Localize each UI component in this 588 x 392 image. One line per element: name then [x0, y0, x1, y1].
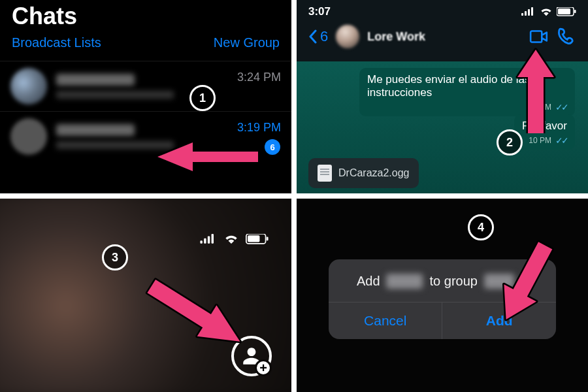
battery-icon — [246, 234, 269, 244]
pane-video-call: + 3 — [0, 199, 291, 392]
status-bar: 3:07 — [297, 0, 588, 21]
svg-rect-13 — [267, 237, 269, 241]
cancel-button[interactable]: Cancel — [329, 302, 442, 339]
read-ticks-icon: ✓✓ — [555, 135, 567, 146]
plus-icon: + — [255, 359, 272, 376]
svg-rect-5 — [558, 8, 570, 14]
back-count: 6 — [320, 28, 328, 45]
annotation-arrow — [154, 137, 258, 176]
chat-preview-blurred — [56, 91, 174, 99]
contact-avatar[interactable] — [336, 25, 359, 48]
avatar — [10, 118, 47, 155]
chat-row[interactable]: 3:24 PM — [0, 61, 291, 111]
dialog-name-blurred: xx — [387, 274, 423, 289]
avatar — [10, 68, 47, 105]
chevron-left-icon — [308, 29, 318, 44]
chat-name-blurred — [56, 74, 135, 86]
step-badge-1: 1 — [189, 85, 216, 111]
chats-title: Chats — [0, 0, 291, 31]
dialog-text-mid: to group — [430, 274, 478, 289]
svg-rect-1 — [525, 11, 527, 16]
svg-rect-6 — [574, 10, 576, 13]
chats-subbar: Broadcast Lists New Group — [0, 31, 291, 61]
svg-rect-12 — [248, 235, 259, 242]
message-text: Me puedes enviar el audio de las instruc… — [367, 73, 531, 99]
annotation-arrow — [478, 233, 570, 331]
chat-name-blurred — [56, 124, 135, 136]
annotation-arrow — [514, 47, 559, 133]
contact-name[interactable]: Lore Work — [367, 30, 425, 44]
status-clock: 3:07 — [308, 5, 331, 18]
svg-rect-0 — [521, 13, 523, 16]
pane-add-dialog: Add xx to group x ? Cancel Add 4 — [297, 199, 588, 392]
chat-time: 3:19 PM — [237, 121, 281, 135]
dialog-text-prefix: Add — [357, 274, 380, 289]
status-right — [521, 7, 576, 16]
step-badge-3: 3 — [102, 244, 128, 270]
svg-rect-3 — [531, 7, 533, 16]
battery-icon — [557, 7, 576, 16]
wifi-icon — [540, 7, 553, 16]
file-name: DrCaraza2.ogg — [338, 167, 410, 179]
broadcast-lists-link[interactable]: Broadcast Lists — [12, 35, 101, 50]
pane-conversation: 3:07 6 Lore Work Me puedes enviar el aud… — [297, 0, 588, 193]
video-call-icon[interactable] — [529, 27, 549, 46]
wifi-icon — [223, 234, 239, 244]
step-badge-2: 2 — [497, 129, 523, 155]
status-icons — [200, 234, 269, 244]
voice-call-icon[interactable] — [557, 27, 576, 46]
message-time: 10 PM — [529, 136, 551, 145]
svg-rect-10 — [212, 234, 214, 244]
svg-rect-7 — [200, 240, 202, 244]
pane-chats-list: Chats Broadcast Lists New Group 3:24 PM … — [0, 0, 291, 193]
cellular-icon — [200, 234, 217, 244]
file-attachment[interactable]: DrCaraza2.ogg — [308, 158, 419, 188]
new-group-link[interactable]: New Group — [214, 35, 280, 50]
cellular-icon — [521, 7, 536, 16]
step-badge-4: 4 — [468, 214, 494, 240]
annotation-arrow — [136, 273, 253, 358]
svg-rect-2 — [528, 9, 530, 16]
file-icon — [318, 165, 332, 182]
svg-rect-9 — [208, 236, 210, 243]
back-button[interactable]: 6 — [308, 28, 328, 45]
svg-rect-8 — [204, 238, 206, 244]
unread-badge: 6 — [265, 139, 280, 155]
chat-time: 3:24 PM — [237, 71, 281, 84]
